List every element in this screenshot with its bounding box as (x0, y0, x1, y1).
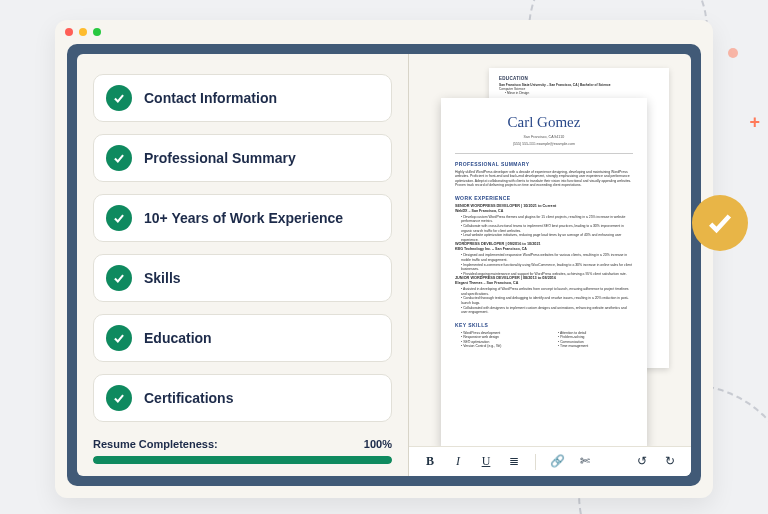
section-label: Education (144, 330, 212, 346)
summary-text: Highly skilled WordPress developer with … (455, 170, 633, 188)
bold-button[interactable]: B (423, 454, 437, 469)
completeness-label: Resume Completeness: (93, 438, 218, 450)
window-close-icon[interactable] (65, 28, 73, 36)
window-zoom-icon[interactable] (93, 28, 101, 36)
skills-heading: KEY SKILLS (455, 322, 633, 329)
jobs-list: SENIOR WORDPRESS DEVELOPER | 10/2021 to … (455, 204, 633, 315)
section-label: 10+ Years of Work Experience (144, 210, 343, 226)
job-entry: WORDPRESS DEVELOPER | 09/2016 to 10/2021… (455, 242, 633, 276)
section-label: Professional Summary (144, 150, 296, 166)
resume-page-1[interactable]: Carl Gomez San Francisco, CA 94110 (555)… (441, 98, 647, 446)
editor-frame: Contact InformationProfessional Summary1… (67, 44, 701, 486)
check-icon (106, 385, 132, 411)
section-card[interactable]: 10+ Years of Work Experience (93, 194, 392, 242)
check-icon (106, 145, 132, 171)
link-button[interactable]: 🔗 (550, 454, 564, 469)
section-card[interactable]: Certifications (93, 374, 392, 422)
undo-button[interactable]: ↺ (635, 454, 649, 469)
window-title-bar (55, 20, 713, 44)
list-button[interactable]: ≣ (507, 454, 521, 469)
preview-panel: EDUCATION San Francisco State University… (409, 54, 691, 476)
completeness-value: 100% (364, 438, 392, 450)
editor-toolbar: B I U ≣ 🔗 ✄ ↺ ↻ (409, 446, 691, 476)
resume-contact: (555) 555-555 example@example.com (455, 142, 633, 147)
app-window: Contact InformationProfessional Summary1… (55, 20, 713, 498)
check-icon (106, 205, 132, 231)
section-label: Skills (144, 270, 181, 286)
section-card[interactable]: Professional Summary (93, 134, 392, 182)
italic-button[interactable]: I (451, 454, 465, 469)
skills-columns: WordPress developmentResponsive web desi… (455, 331, 633, 349)
education-minor: Minor in Design (505, 91, 659, 95)
summary-heading: PROFESSIONAL SUMMARY (455, 161, 633, 168)
decorative-dot (728, 48, 738, 58)
toolbar-separator (535, 454, 536, 470)
section-list: Contact InformationProfessional Summary1… (93, 74, 392, 424)
skills-col-left: WordPress developmentResponsive web desi… (455, 331, 536, 349)
sections-panel: Contact InformationProfessional Summary1… (77, 54, 409, 476)
cut-button[interactable]: ✄ (578, 454, 592, 469)
preview-area: EDUCATION San Francisco State University… (409, 54, 691, 446)
work-heading: WORK EXPERIENCE (455, 195, 633, 202)
completeness-bar (93, 456, 392, 464)
section-card[interactable]: Skills (93, 254, 392, 302)
success-badge (692, 195, 748, 251)
section-card[interactable]: Contact Information (93, 74, 392, 122)
check-icon (106, 265, 132, 291)
underline-button[interactable]: U (479, 454, 493, 469)
job-entry: SENIOR WORDPRESS DEVELOPER | 10/2021 to … (455, 204, 633, 243)
section-label: Contact Information (144, 90, 277, 106)
completeness-fill (93, 456, 392, 464)
section-label: Certifications (144, 390, 233, 406)
skills-col-right: Attention to detailProblem-solvingCommun… (552, 331, 633, 349)
resume-name: Carl Gomez (455, 112, 633, 132)
redo-button[interactable]: ↻ (663, 454, 677, 469)
decorative-plus-icon: + (749, 112, 760, 133)
check-icon (106, 325, 132, 351)
job-entry: JUNIOR WORDPRESS DEVELOPER | 08/2013 to … (455, 276, 633, 315)
window-minimize-icon[interactable] (79, 28, 87, 36)
completeness-widget: Resume Completeness: 100% (93, 424, 392, 464)
check-icon (106, 85, 132, 111)
resume-location: San Francisco, CA 94110 (455, 135, 633, 140)
education-heading: EDUCATION (499, 76, 659, 81)
section-card[interactable]: Education (93, 314, 392, 362)
